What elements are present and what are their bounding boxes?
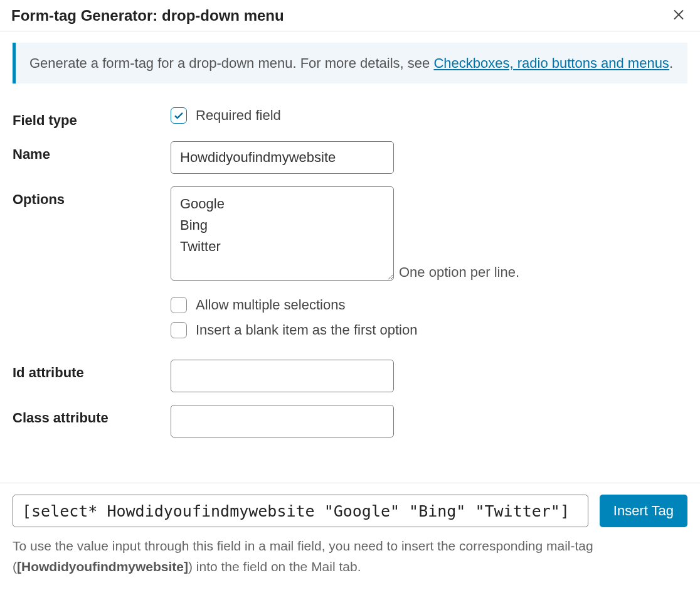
- id-attr-input[interactable]: [171, 360, 394, 392]
- name-label: Name: [13, 135, 171, 180]
- options-textarea[interactable]: [171, 186, 394, 281]
- class-attr-label: Class attribute: [13, 399, 171, 444]
- help-text-after: ) into the field on the Mail tab.: [188, 559, 361, 574]
- close-button[interactable]: [669, 6, 689, 24]
- options-label: Options: [13, 180, 171, 353]
- help-mail-tag: [Howdidyoufindmywebsite]: [17, 559, 188, 574]
- notice-link[interactable]: Checkboxes, radio buttons and menus: [433, 55, 669, 71]
- dialog-titlebar: Form-tag Generator: drop-down menu: [0, 0, 700, 31]
- id-attr-label: Id attribute: [13, 353, 171, 399]
- class-attr-input[interactable]: [171, 405, 394, 437]
- required-checkbox-label: Required field: [196, 107, 281, 124]
- required-checkbox[interactable]: [171, 107, 187, 124]
- notice-text-before: Generate a form-tag for a drop-down menu…: [29, 55, 433, 71]
- dialog-footer: Insert Tag To use the value input throug…: [0, 483, 700, 587]
- allow-multiple-label: Allow multiple selections: [196, 297, 345, 313]
- insert-blank-label: Insert a blank item as the first option: [196, 322, 417, 338]
- close-icon: [671, 6, 686, 25]
- form-tag-generator-dialog: Form-tag Generator: drop-down menu Gener…: [0, 0, 700, 587]
- info-notice: Generate a form-tag for a drop-down menu…: [13, 43, 687, 83]
- allow-multiple-checkbox[interactable]: [171, 297, 187, 313]
- generated-tag-input[interactable]: [13, 495, 588, 527]
- insert-blank-checkbox[interactable]: [171, 322, 187, 338]
- form-table: Field type Required field Name O: [13, 101, 687, 444]
- notice-text-after: .: [669, 55, 673, 71]
- field-type-label: Field type: [13, 101, 171, 135]
- options-hint: One option per line.: [399, 264, 519, 281]
- dialog-title: Form-tag Generator: drop-down menu: [11, 7, 284, 24]
- name-input[interactable]: [171, 141, 394, 174]
- insert-tag-button[interactable]: Insert Tag: [600, 495, 687, 527]
- check-icon: [173, 110, 184, 121]
- mail-tag-help: To use the value input through this fiel…: [13, 536, 687, 577]
